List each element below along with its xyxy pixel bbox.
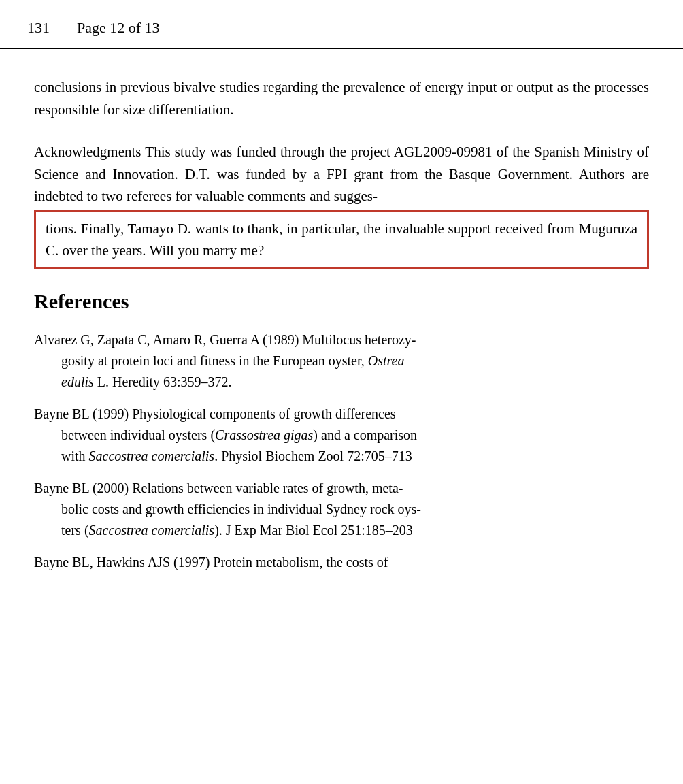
page-number: 131 bbox=[27, 19, 50, 37]
ref-bayne1997-main: Bayne BL, Hawkins AJS (1997) Protein met… bbox=[34, 555, 388, 570]
ref-bayne2000-italic: Saccostrea comercialis bbox=[89, 523, 215, 538]
highlighted-text-content: tions. Finally, Tamayo D. wants to thank… bbox=[46, 220, 637, 259]
ref-bayne1999-italic1: Crassostrea gigas bbox=[215, 427, 313, 442]
ref-alvarez-italic1: Ostrea bbox=[368, 353, 405, 368]
highlighted-proposal-text: tions. Finally, Tamayo D. wants to thank… bbox=[34, 210, 649, 270]
ref-bayne1999-italic2: Saccostrea comercialis bbox=[89, 448, 215, 463]
reference-list: Alvarez G, Zapata C, Amaro R, Guerra A (… bbox=[34, 329, 649, 573]
page: 131 Page 12 of 13 conclusions in previou… bbox=[0, 0, 683, 784]
ref-bayne2000-continuation: bolic costs and growth efficiencies in i… bbox=[34, 499, 649, 541]
intro-paragraph: conclusions in previous bivalve studies … bbox=[34, 76, 649, 120]
page-content: conclusions in previous bivalve studies … bbox=[0, 49, 683, 611]
ref-bayne1999-continuation: between individual oysters (Crassostrea … bbox=[34, 425, 649, 467]
acknowledgments-section: Acknowledgments This study was funded th… bbox=[34, 141, 649, 270]
reference-item-bayne1997: Bayne BL, Hawkins AJS (1997) Protein met… bbox=[34, 552, 649, 573]
reference-item-alvarez: Alvarez G, Zapata C, Amaro R, Guerra A (… bbox=[34, 329, 649, 393]
page-header: 131 Page 12 of 13 bbox=[0, 0, 683, 49]
page-of-label: Page 12 of 13 bbox=[77, 19, 160, 37]
ref-alvarez-italic2: edulis bbox=[61, 374, 94, 389]
references-heading: References bbox=[34, 290, 649, 313]
ref-alvarez-continuation: gosity at protein loci and fitness in th… bbox=[34, 350, 649, 393]
ref-alvarez-main: Alvarez G, Zapata C, Amaro R, Guerra A (… bbox=[34, 332, 416, 347]
reference-item-bayne1999: Bayne BL (1999) Physiological components… bbox=[34, 404, 649, 467]
reference-item-bayne2000: Bayne BL (2000) Relations between variab… bbox=[34, 478, 649, 541]
acknowledgments-label: Acknowledgments bbox=[34, 144, 141, 160]
ref-bayne2000-main: Bayne BL (2000) Relations between variab… bbox=[34, 480, 403, 495]
ref-bayne1999-main: Bayne BL (1999) Physiological components… bbox=[34, 406, 396, 421]
